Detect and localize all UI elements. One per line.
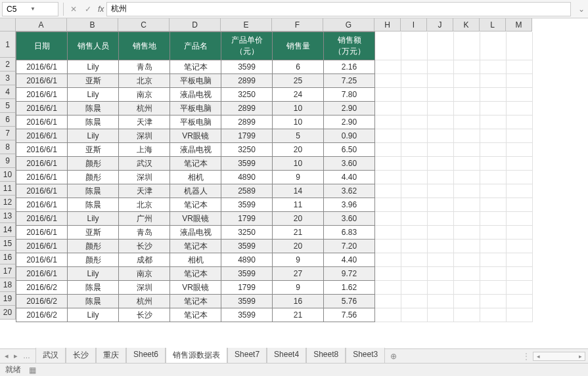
select-all-button[interactable] — [0, 18, 16, 31]
table-cell[interactable]: 液晶电视 — [170, 143, 221, 157]
table-cell[interactable]: 7.20 — [324, 240, 375, 253]
column-header[interactable]: C — [118, 18, 170, 31]
table-cell[interactable]: 平板电脑 — [170, 102, 221, 115]
table-cell[interactable]: 2016/6/1 — [16, 212, 68, 226]
table-cell[interactable]: 相机 — [170, 171, 221, 184]
column-header[interactable]: D — [170, 18, 221, 31]
table-cell[interactable]: 21 — [273, 226, 324, 240]
table-cell[interactable]: 亚斯 — [68, 143, 119, 157]
table-cell[interactable]: 陈晨 — [68, 281, 119, 295]
table-cell[interactable]: 颜彤 — [68, 157, 119, 171]
table-row[interactable]: 2016/6/1陈晨杭州平板电脑2899102.90 — [16, 102, 533, 115]
column-header[interactable]: G — [323, 18, 374, 31]
table-cell[interactable]: VR眼镜 — [170, 281, 221, 295]
table-cell[interactable]: 20 — [273, 212, 324, 226]
table-cell[interactable]: 0.90 — [324, 129, 375, 143]
table-cell[interactable]: 2016/6/1 — [16, 267, 68, 281]
table-cell[interactable]: 液晶电视 — [170, 226, 221, 240]
spreadsheet-grid[interactable]: ABCDEFGHIJKLM 12345678910111213141516171… — [0, 18, 588, 348]
table-cell[interactable]: 2.90 — [324, 115, 375, 129]
table-cell[interactable]: 亚斯 — [68, 226, 119, 240]
table-cell[interactable]: 相机 — [170, 253, 221, 267]
table-cell[interactable]: 天津 — [119, 115, 170, 129]
row-header[interactable]: 18 — [0, 278, 16, 292]
table-cell[interactable]: 深圳 — [119, 129, 170, 143]
sheet-tab[interactable]: Sheet8 — [306, 348, 346, 364]
table-cell[interactable]: VR眼镜 — [170, 129, 221, 143]
table-header-cell[interactable]: 产品名 — [170, 32, 221, 60]
table-header-cell[interactable]: 日期 — [16, 32, 68, 60]
table-row[interactable]: 2016/6/2陈晨杭州笔记本3599165.76 — [16, 295, 533, 308]
table-cell[interactable]: 5 — [273, 129, 324, 143]
table-cell[interactable]: 笔记本 — [170, 240, 221, 253]
tab-scroll-first-icon[interactable]: ◂ — [3, 352, 11, 360]
table-cell[interactable]: 2016/6/2 — [16, 295, 68, 308]
table-cell[interactable]: 2016/6/1 — [16, 60, 68, 74]
sheet-tab[interactable]: Sheet4 — [267, 348, 306, 364]
table-cell[interactable]: 南京 — [119, 88, 170, 102]
table-cell[interactable]: 1799 — [221, 212, 273, 226]
table-row[interactable]: 2016/6/1颜彤武汉笔记本3599103.60 — [16, 157, 533, 171]
table-cell[interactable]: 颜彤 — [68, 240, 119, 253]
table-cell[interactable]: 2016/6/1 — [16, 143, 68, 157]
table-cell[interactable]: 3.62 — [324, 184, 375, 198]
column-header[interactable]: H — [374, 18, 401, 31]
table-cell[interactable]: 4.40 — [324, 253, 375, 267]
sheet-tab[interactable]: Sheet3 — [346, 348, 385, 364]
table-cell[interactable]: 成都 — [119, 253, 170, 267]
table-header-cell[interactable]: 销售量 — [273, 32, 324, 60]
horizontal-scrollbar[interactable]: ◂ ▸ — [533, 352, 585, 361]
table-cell[interactable]: 10 — [273, 115, 324, 129]
table-row[interactable]: 2016/6/1Lily南京液晶电视3250247.80 — [16, 88, 533, 102]
macro-record-icon[interactable]: ▦ — [29, 366, 36, 375]
table-cell[interactable]: 3250 — [221, 143, 273, 157]
table-cell[interactable]: 2.90 — [324, 102, 375, 115]
row-header[interactable]: 7 — [0, 127, 16, 140]
table-cell[interactable]: 9 — [273, 171, 324, 184]
row-header[interactable]: 4 — [0, 85, 16, 99]
table-cell[interactable]: 6.50 — [324, 143, 375, 157]
table-cell[interactable]: 南京 — [119, 267, 170, 281]
table-cell[interactable]: 2016/6/1 — [16, 240, 68, 253]
table-cell[interactable]: 3.96 — [324, 198, 375, 212]
table-cell[interactable]: 颜彤 — [68, 253, 119, 267]
table-row[interactable]: 2016/6/2Lily长沙笔记本3599217.56 — [16, 308, 533, 322]
name-box-dropdown-icon[interactable]: ▼ — [30, 6, 54, 12]
row-header[interactable]: 15 — [0, 237, 16, 251]
table-cell[interactable]: 2899 — [221, 102, 273, 115]
table-cell[interactable]: 3250 — [221, 226, 273, 240]
table-cell[interactable]: 3599 — [221, 308, 273, 322]
table-row[interactable]: 2016/6/1Lily青岛笔记本359962.16 — [16, 60, 533, 74]
table-cell[interactable]: 3250 — [221, 88, 273, 102]
table-cell[interactable]: 24 — [273, 88, 324, 102]
row-header[interactable]: 3 — [0, 72, 16, 85]
row-header[interactable]: 13 — [0, 209, 16, 223]
table-cell[interactable]: 陈晨 — [68, 295, 119, 308]
table-row[interactable]: 2016/6/1亚斯青岛液晶电视3250216.83 — [16, 226, 533, 240]
table-cell[interactable]: 长沙 — [119, 240, 170, 253]
row-header[interactable]: 12 — [0, 196, 16, 209]
table-cell[interactable]: 3599 — [221, 267, 273, 281]
table-cell[interactable]: 笔记本 — [170, 295, 221, 308]
table-cell[interactable]: 3599 — [221, 157, 273, 171]
row-header[interactable]: 17 — [0, 264, 16, 278]
table-header-cell[interactable]: 产品单价（元） — [221, 32, 273, 60]
table-cell[interactable]: 4890 — [221, 253, 273, 267]
table-cell[interactable]: 上海 — [119, 143, 170, 157]
add-sheet-button[interactable]: ⊕ — [385, 352, 402, 361]
table-cell[interactable]: 2016/6/2 — [16, 308, 68, 322]
row-header[interactable]: 8 — [0, 140, 16, 154]
cancel-formula-icon[interactable]: ✕ — [66, 5, 81, 14]
table-row[interactable]: 2016/6/1陈晨天津平板电脑2899102.90 — [16, 115, 533, 129]
table-row[interactable]: 2016/6/1亚斯北京平板电脑2899257.25 — [16, 74, 533, 88]
row-header[interactable]: 9 — [0, 154, 16, 168]
table-row[interactable]: 2016/6/1Lily广州VR眼镜1799203.60 — [16, 212, 533, 226]
table-cell[interactable]: 青岛 — [119, 60, 170, 74]
table-cell[interactable]: 2016/6/1 — [16, 129, 68, 143]
table-row[interactable]: 2016/6/1亚斯上海液晶电视3250206.50 — [16, 143, 533, 157]
table-cell[interactable]: Lily — [68, 88, 119, 102]
table-row[interactable]: 2016/6/1陈晨天津机器人2589143.62 — [16, 184, 533, 198]
table-cell[interactable]: 10 — [273, 157, 324, 171]
column-header[interactable]: I — [401, 18, 427, 31]
table-cell[interactable]: 3599 — [221, 295, 273, 308]
